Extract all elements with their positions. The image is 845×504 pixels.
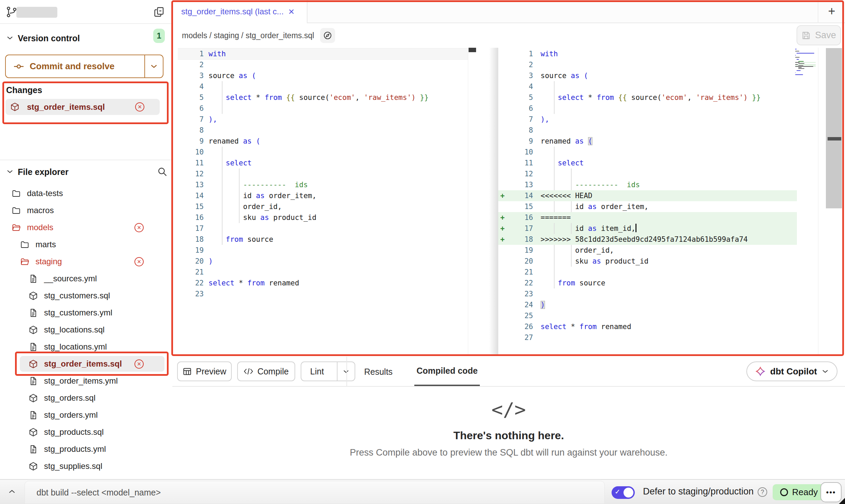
sidebar: Version control 1 Commit and resolve Cha… xyxy=(0,0,172,479)
chevron-up-icon[interactable] xyxy=(8,489,16,494)
diff-added-marker xyxy=(498,278,510,288)
dbt-copilot-button[interactable]: dbt Copilot xyxy=(746,361,837,381)
file-item-stg_locations.sql[interactable]: stg_locations.sql xyxy=(0,321,172,338)
check-icon: ✓ xyxy=(615,488,620,496)
copy-docs-icon[interactable] xyxy=(153,6,165,18)
model-cube-icon xyxy=(10,102,19,112)
line-number: 7 xyxy=(510,114,533,125)
file-item-stg_order_items.yml[interactable]: stg_order_items.yml xyxy=(0,372,172,389)
minimap-line xyxy=(795,73,816,74)
commit-and-resolve-button[interactable]: Commit and resolve xyxy=(5,55,163,78)
lint-button-group: Lint xyxy=(301,361,355,381)
commit-options-dropdown[interactable] xyxy=(144,55,163,77)
file-item-__sources.yml[interactable]: __sources.yml xyxy=(0,270,172,287)
code-line: 5 select * from {{ source('ecom', 'raw_i… xyxy=(178,92,468,103)
file-item-stg_customers.sql[interactable]: stg_customers.sql xyxy=(0,287,172,304)
code-line: 27 xyxy=(498,332,797,343)
discard-change-icon[interactable]: × xyxy=(134,257,144,266)
code-pane-left[interactable]: 1with23source as (45 select * from {{ so… xyxy=(178,48,468,299)
file-icon xyxy=(29,274,38,283)
close-icon[interactable]: × xyxy=(288,6,295,17)
file-item-label: stg_locations.sql xyxy=(44,325,104,335)
file-item-macros[interactable]: macros xyxy=(0,202,172,219)
file-explorer-list[interactable]: data-testsmacrosmodels×martsstaging×__so… xyxy=(0,185,172,475)
compile-button[interactable]: Compile xyxy=(237,361,295,381)
defer-label: Defer to staging/production xyxy=(643,486,754,497)
help-icon[interactable]: ? xyxy=(758,487,767,497)
line-number: 6 xyxy=(178,103,204,114)
indent-guide xyxy=(222,234,223,245)
discard-change-icon[interactable]: × xyxy=(134,223,144,232)
changed-file-stg_order_items[interactable]: stg_order_items.sql × xyxy=(5,99,160,115)
discard-change-icon[interactable]: × xyxy=(134,359,144,369)
file-item-stg_supplies.sql[interactable]: stg_supplies.sql xyxy=(0,458,172,475)
diff-editor[interactable]: 1with23source as (45 select * from {{ so… xyxy=(172,48,845,355)
file-item-marts[interactable]: marts xyxy=(0,236,172,253)
status-label: Ready xyxy=(792,487,818,498)
model-cube-icon xyxy=(29,291,38,300)
command-input[interactable]: dbt build --select <model_name> xyxy=(25,481,605,504)
line-number: 12 xyxy=(178,168,204,179)
code-line: 8 xyxy=(178,125,468,136)
diff-added-marker xyxy=(498,136,510,147)
empty-state-subtitle: Press Compile above to preview the SQL d… xyxy=(350,447,668,458)
line-number: 22 xyxy=(178,278,204,288)
file-item-stg_orders.sql[interactable]: stg_orders.sql xyxy=(0,389,172,406)
version-control-section-header[interactable]: Version control 1 xyxy=(0,31,172,46)
file-item-stg_products.sql[interactable]: stg_products.sql xyxy=(0,424,172,441)
file-item-stg_locations.yml[interactable]: stg_locations.yml xyxy=(0,338,172,355)
indent-guide xyxy=(571,223,572,234)
file-explorer-section-header[interactable]: File explorer xyxy=(0,165,172,180)
right-scrollbar-thumb[interactable] xyxy=(826,48,842,208)
file-item-data-tests[interactable]: data-tests xyxy=(0,185,172,202)
code-line: 18 from source xyxy=(178,234,468,245)
indent-guide xyxy=(554,168,555,179)
indent-guide xyxy=(239,179,240,190)
minimap-line xyxy=(795,53,816,54)
code-line: 21 xyxy=(178,267,468,278)
minimap[interactable] xyxy=(795,49,816,76)
file-item-stg_products.yml[interactable]: stg_products.yml xyxy=(0,441,172,458)
changes-section-title: Changes xyxy=(6,85,42,95)
indent-guide xyxy=(239,201,240,212)
file-item-stg_order_items.sql[interactable]: stg_order_items.sql× xyxy=(0,355,172,372)
save-button[interactable]: Save xyxy=(797,25,841,45)
more-options-button[interactable]: ••• xyxy=(820,482,842,502)
diff-added-marker xyxy=(498,256,510,267)
editor-tab-bar: stg_order_items.sql (last c... × + xyxy=(172,0,845,23)
tab-stg_order_items[interactable]: stg_order_items.sql (last c... × xyxy=(172,0,307,23)
file-item-stg_orders.yml[interactable]: stg_orders.yml xyxy=(0,406,172,424)
diff-added-marker xyxy=(498,168,510,179)
lint-button[interactable]: Lint xyxy=(301,367,333,376)
file-item-staging[interactable]: staging× xyxy=(0,253,172,270)
indent-guide xyxy=(222,81,223,92)
file-item-label: stg_locations.yml xyxy=(44,342,107,352)
lineage-compass-icon[interactable] xyxy=(320,28,335,43)
discard-change-icon[interactable]: × xyxy=(135,102,144,112)
preview-button[interactable]: Preview xyxy=(177,361,232,381)
diff-added-marker: + xyxy=(498,212,510,223)
file-item-stg_customers.yml[interactable]: stg_customers.yml xyxy=(0,304,172,321)
branch-name-redacted xyxy=(16,7,57,18)
code-pane-right[interactable]: 1with23source as (45 select * from {{ so… xyxy=(498,48,797,343)
defer-toggle[interactable]: ✓ xyxy=(612,486,635,499)
indent-guide xyxy=(222,179,223,190)
tab-compiled-code[interactable]: Compiled code xyxy=(414,357,479,387)
new-tab-button[interactable]: + xyxy=(818,0,845,23)
diff-added-marker xyxy=(498,92,510,103)
diff-added-marker xyxy=(498,299,510,310)
line-number: 23 xyxy=(178,288,204,299)
left-scrollbar-thumb[interactable] xyxy=(469,48,476,52)
code-line: 2 xyxy=(498,59,797,70)
changes-count-badge: 1 xyxy=(153,29,165,43)
lint-options-dropdown[interactable] xyxy=(337,362,355,381)
model-cube-icon xyxy=(29,359,38,369)
line-number: 4 xyxy=(178,81,204,92)
code-line: 19 order_id, xyxy=(498,245,797,256)
minimap-line xyxy=(795,57,816,58)
code-line: 11 select xyxy=(498,158,797,168)
code-line: 7), xyxy=(178,114,468,125)
search-icon[interactable] xyxy=(157,166,168,177)
file-item-models[interactable]: models× xyxy=(0,219,172,236)
tab-results[interactable]: Results xyxy=(362,357,395,387)
